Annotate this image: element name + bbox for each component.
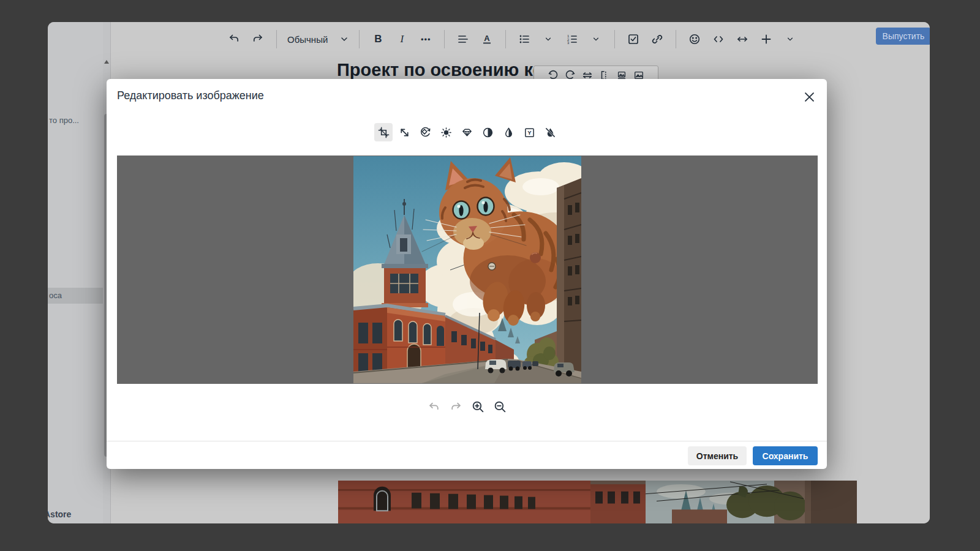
gem-tool-button[interactable] xyxy=(458,123,476,141)
chevron-down-icon[interactable] xyxy=(782,31,798,47)
close-icon[interactable] xyxy=(801,89,817,105)
zoom-out-icon[interactable] xyxy=(492,399,507,414)
crop-tool-button[interactable] xyxy=(374,123,393,141)
toolbar-separator xyxy=(359,30,360,48)
insert-plus-button[interactable] xyxy=(758,31,774,47)
editor-toolbar: Обычный B I ••• A 123 xyxy=(226,28,798,50)
save-button[interactable]: Сохранить xyxy=(753,446,818,465)
chevron-down-icon[interactable] xyxy=(540,31,556,47)
more-formatting-button[interactable]: ••• xyxy=(418,31,434,47)
contrast-tool-button[interactable] xyxy=(478,123,497,141)
chevron-down-icon[interactable] xyxy=(588,31,604,47)
modal-title: Редактировать изображение xyxy=(117,89,264,102)
italic-button[interactable]: I xyxy=(394,31,410,47)
toolbar-separator xyxy=(444,30,445,48)
edit-canvas[interactable] xyxy=(117,156,818,384)
undo-icon[interactable] xyxy=(226,31,242,47)
document-title[interactable]: Проект по освоению кос xyxy=(337,60,553,80)
publish-button[interactable]: Выпустить xyxy=(876,28,930,45)
bold-button[interactable]: B xyxy=(370,31,386,47)
saturation-tool-button[interactable] xyxy=(499,123,518,141)
grayscale-tool-button[interactable]: Y xyxy=(520,123,538,141)
code-button[interactable] xyxy=(710,31,726,47)
text-color-letter: A xyxy=(484,34,491,43)
sidebar: то про... оса Astore xyxy=(48,22,103,523)
toolbar-separator xyxy=(276,30,277,48)
undo-edit-icon[interactable] xyxy=(426,399,441,414)
grayscale-letter: Y xyxy=(527,129,532,136)
modal-footer: Отменить Сохранить xyxy=(107,441,827,469)
redo-edit-icon[interactable] xyxy=(448,399,463,414)
chevron-down-icon xyxy=(340,35,349,43)
width-arrows-button[interactable] xyxy=(734,31,750,47)
resize-tool-button[interactable] xyxy=(395,123,413,141)
numbered-list-button[interactable]: 123 xyxy=(564,31,580,47)
bullet-list-button[interactable] xyxy=(516,31,532,47)
sidebar-item[interactable]: то про... xyxy=(48,113,103,129)
text-color-button[interactable]: A xyxy=(479,31,495,47)
toolbar-separator xyxy=(614,30,615,48)
edit-image-modal: Редактировать изображение Y xyxy=(107,79,827,469)
link-button[interactable] xyxy=(649,31,665,47)
remove-color-tool-button[interactable] xyxy=(541,123,559,141)
scroll-up-arrow-icon[interactable] xyxy=(104,60,109,64)
emoji-button[interactable] xyxy=(687,31,703,47)
align-button[interactable] xyxy=(455,31,471,47)
paragraph-style-dropdown[interactable]: Обычный xyxy=(287,34,349,45)
svg-text:3: 3 xyxy=(567,41,570,45)
brightness-tool-button[interactable] xyxy=(437,123,455,141)
document-image[interactable] xyxy=(338,481,857,523)
image-tools: Y xyxy=(107,122,827,142)
paragraph-style-value: Обычный xyxy=(287,34,328,45)
zoom-controls xyxy=(107,398,827,415)
toolbar-separator xyxy=(505,30,506,48)
redo-icon[interactable] xyxy=(250,31,266,47)
photo-preview[interactable] xyxy=(353,156,581,383)
toolbar-separator xyxy=(676,30,676,48)
rotate-tool-button[interactable] xyxy=(416,123,434,141)
zoom-in-icon[interactable] xyxy=(470,399,485,414)
checkbox-list-button[interactable] xyxy=(625,31,641,47)
cancel-button[interactable]: Отменить xyxy=(688,446,747,465)
sidebar-item-selected[interactable]: оса xyxy=(48,288,103,304)
brand-logo[interactable]: Astore xyxy=(48,509,71,519)
